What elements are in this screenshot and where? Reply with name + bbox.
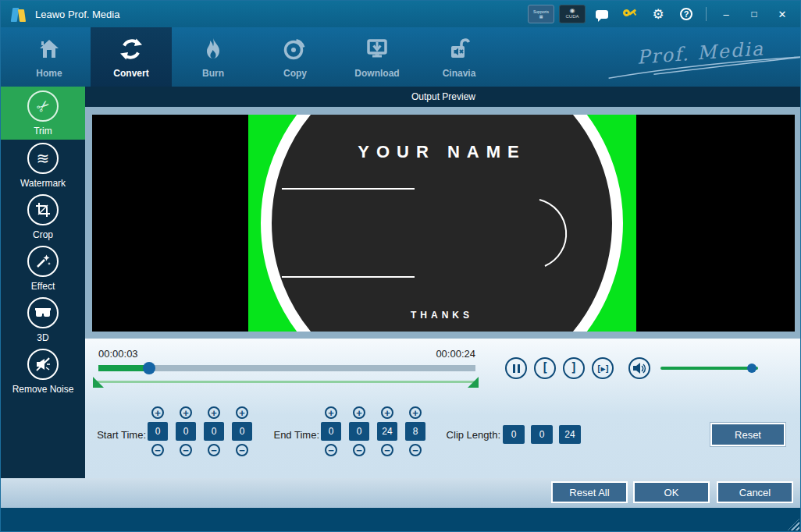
start-time-increment-1[interactable]: + <box>180 406 192 419</box>
end-time-increment-1[interactable]: + <box>353 406 365 419</box>
start-time-field-3[interactable]: 0 <box>232 422 252 441</box>
action-bar: Reset All OK Cancel <box>1 478 801 508</box>
sidebar-item-watermark[interactable]: ≋ Watermark <box>1 140 85 191</box>
maximize-icon[interactable]: □ <box>742 4 766 24</box>
magic-wand-icon <box>27 246 59 277</box>
message-icon[interactable] <box>590 4 614 24</box>
app-window: Leawo Prof. Media Supports▦ ◉CUDA ⚙ ? – … <box>0 0 801 532</box>
tab-burn[interactable]: Burn <box>173 27 254 87</box>
progress-knob[interactable] <box>143 362 155 374</box>
copy-icon <box>283 35 307 63</box>
minimize-icon[interactable]: – <box>714 4 738 24</box>
brand-script: Prof. Media <box>635 37 765 76</box>
start-time-increment-3[interactable]: + <box>236 406 248 419</box>
end-time-decrement-0[interactable]: − <box>325 444 337 456</box>
watermark-waves-icon: ≋ <box>27 143 59 174</box>
total-duration: 00:00:24 <box>413 348 475 360</box>
playback-controls: [ ] [▶] <box>505 357 650 379</box>
cancel-button[interactable]: Cancel <box>717 481 793 503</box>
pause-icon[interactable] <box>505 357 527 379</box>
sidebar-item-effect[interactable]: Effect <box>1 243 85 294</box>
end-time-increment-2[interactable]: + <box>381 406 393 419</box>
volume-slider[interactable] <box>660 367 758 370</box>
mark-start-icon[interactable]: [ <box>534 357 556 379</box>
tab-download[interactable]: Download <box>336 27 418 87</box>
clip-length-fields: 0 0 24 <box>503 425 581 444</box>
start-time-decrement-1[interactable]: − <box>180 444 192 456</box>
clip-length-label: Clip Length: <box>430 429 500 441</box>
title-bar: Leawo Prof. Media Supports▦ ◉CUDA ⚙ ? – … <box>1 1 801 27</box>
volume-knob[interactable] <box>747 364 756 373</box>
sidebar-item-crop[interactable]: Crop <box>1 191 85 243</box>
start-time-field-2[interactable]: 0 <box>204 422 224 441</box>
playback-progress-slider[interactable] <box>98 365 475 371</box>
cinavia-icon <box>447 35 471 63</box>
letterbox-right <box>636 115 795 332</box>
scissors-icon: ✂ <box>27 90 59 122</box>
close-icon[interactable]: ✕ <box>771 4 794 24</box>
start-time-field-1[interactable]: 0 <box>176 422 196 441</box>
end-time-decrement-3[interactable]: − <box>409 444 422 456</box>
help-icon[interactable]: ? <box>675 4 698 24</box>
start-time-label: Start Time: <box>85 429 146 441</box>
end-time-field-1[interactable]: 0 <box>349 422 369 441</box>
sidebar-item-remove-noise[interactable]: Remove Noise <box>1 346 85 397</box>
end-time-decrement-1[interactable]: − <box>353 444 365 456</box>
start-time-increment-2[interactable]: + <box>208 406 220 419</box>
resize-grip[interactable] <box>788 519 799 530</box>
gpu-supports-badge: Supports▦ <box>528 5 554 23</box>
cuda-badge: ◉CUDA <box>559 5 586 23</box>
trim-control-panel: 00:00:03 00:00:24 [ ] [▶] <box>85 339 801 478</box>
home-icon <box>37 35 61 63</box>
gear-icon[interactable]: ⚙ <box>646 4 670 24</box>
tab-home[interactable]: Home <box>9 27 90 87</box>
titlebar-separator <box>706 7 707 21</box>
nav-label: Download <box>354 68 399 79</box>
download-icon <box>365 35 389 63</box>
clip-length-field-1: 0 <box>531 425 553 444</box>
clip-length-field-2: 24 <box>559 425 581 444</box>
mute-horn-icon <box>27 349 59 380</box>
status-footer <box>1 508 801 532</box>
end-time-field-2[interactable]: 24 <box>377 422 397 441</box>
start-time-decrement-0[interactable]: − <box>151 444 164 456</box>
tab-convert[interactable]: Convert <box>91 27 172 87</box>
start-time-decrement-3[interactable]: − <box>236 444 248 456</box>
nav-label: Copy <box>283 68 307 79</box>
reset-all-button[interactable]: Reset All <box>551 481 628 503</box>
convert-icon <box>119 35 143 63</box>
sidebar-item-trim[interactable]: ✂ Trim <box>1 87 85 140</box>
app-logo <box>10 6 27 22</box>
start-time-field-0[interactable]: 0 <box>148 422 168 441</box>
clip-length-field-0: 0 <box>503 425 525 444</box>
nav-label: Home <box>36 68 62 79</box>
end-time-field-0[interactable]: 0 <box>321 422 341 441</box>
trim-range-line <box>94 381 477 383</box>
play-clip-icon[interactable]: [▶] <box>592 357 614 379</box>
start-time-increment-0[interactable]: + <box>151 406 164 419</box>
end-time-increment-0[interactable]: + <box>325 406 337 419</box>
key-icon[interactable] <box>618 4 642 24</box>
burn-icon <box>203 35 223 63</box>
end-time-label: End Time: <box>260 429 319 441</box>
tab-cinavia[interactable]: Cinavia <box>418 27 500 87</box>
crop-icon <box>27 194 59 225</box>
end-time-increment-3[interactable]: + <box>409 406 422 419</box>
volume-icon[interactable] <box>628 357 650 379</box>
end-time-decrement-2[interactable]: − <box>381 444 393 456</box>
svg-text:THANKS: THANKS <box>411 310 473 321</box>
reset-button[interactable]: Reset <box>710 423 785 446</box>
start-time-decrement-2[interactable]: − <box>208 444 220 456</box>
video-viewport[interactable]: YOUR NAME THANKS <box>92 115 795 332</box>
end-time-field-3[interactable]: 8 <box>405 422 425 441</box>
trim-range-bar[interactable] <box>93 376 479 388</box>
tab-copy[interactable]: Copy <box>255 27 336 87</box>
ok-button[interactable]: OK <box>633 481 710 503</box>
tool-sidebar: ✂ Trim ≋ Watermark Crop <box>1 87 85 478</box>
3d-glasses-icon <box>27 297 59 328</box>
progress-fill <box>98 365 149 371</box>
sidebar-item-3d[interactable]: 3D <box>1 294 85 346</box>
mark-end-icon[interactable]: ] <box>563 357 585 379</box>
start-time-spinners: + 0 − + 0 − + 0 − + 0 − <box>148 406 252 456</box>
letterbox-left <box>92 115 248 332</box>
